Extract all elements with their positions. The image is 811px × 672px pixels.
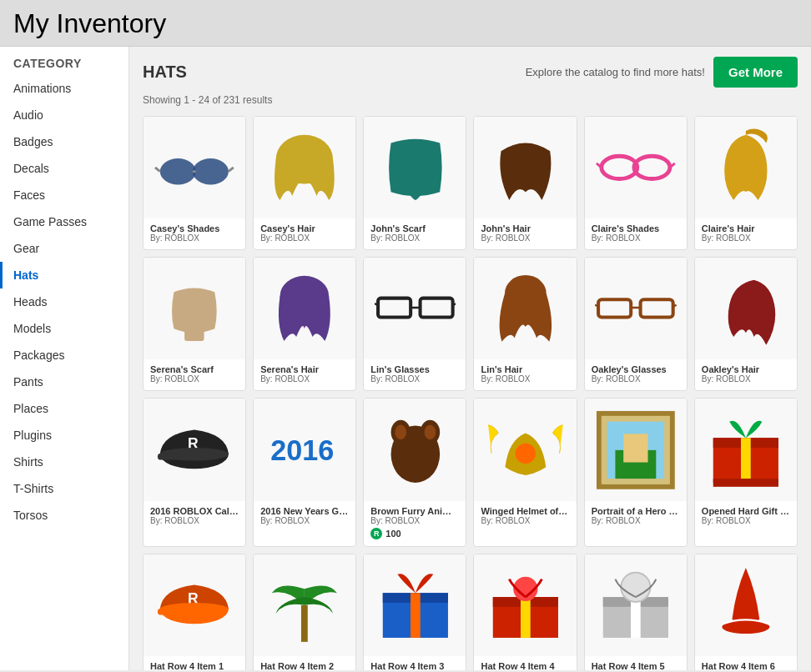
item-card[interactable]: Oakley's GlassesBy: ROBLOX — [584, 257, 688, 391]
get-more-button[interactable]: Get More — [713, 57, 798, 88]
item-info: Hat Row 4 Item 3By: ROBLOX — [364, 656, 466, 670]
item-card[interactable]: Brown Furry Animal H...By: ROBLOXR100 — [363, 398, 466, 546]
svg-point-6 — [602, 156, 637, 178]
item-creator: By: ROBLOX — [592, 374, 680, 384]
item-info: Portrait of a Hero in R...By: ROBLOX — [585, 501, 687, 532]
item-name: Casey's Hair — [260, 223, 349, 233]
sidebar-item-places[interactable]: Places — [0, 395, 128, 422]
sidebar-item-pants[interactable]: Pants — [0, 369, 128, 395]
item-price: R100 — [370, 528, 459, 539]
item-card[interactable]: Opened Hard Gift of A...By: ROBLOX — [694, 398, 798, 546]
item-image — [585, 554, 687, 656]
item-card[interactable]: John's ScarfBy: ROBLOX — [363, 116, 466, 250]
item-card[interactable]: Lin's HairBy: ROBLOX — [473, 257, 577, 391]
sidebar-item-plugins[interactable]: Plugins — [0, 422, 128, 449]
item-card[interactable]: Lin's GlassesBy: ROBLOX — [363, 257, 466, 391]
item-info: Hat Row 4 Item 1By: ROBLOX — [144, 656, 245, 670]
sidebar-item-t-shirts[interactable]: T-Shirts — [0, 475, 128, 502]
catalog-cta: Explore the catalog to find more hats! G… — [526, 57, 798, 88]
item-info: Lin's HairBy: ROBLOX — [474, 359, 576, 390]
item-image — [144, 117, 245, 218]
item-card[interactable]: Hat Row 4 Item 5By: ROBLOX — [584, 554, 688, 671]
svg-point-7 — [634, 156, 670, 178]
item-info: Hat Row 4 Item 4By: ROBLOX — [474, 656, 576, 670]
item-image — [474, 258, 576, 359]
item-info: Brown Furry Animal H...By: ROBLOXR100 — [364, 501, 466, 546]
item-name: Hat Row 4 Item 4 — [481, 661, 569, 670]
svg-point-34 — [515, 443, 535, 463]
svg-rect-53 — [521, 597, 531, 638]
sidebar-item-models[interactable]: Models — [0, 315, 128, 342]
item-card[interactable]: Claire's ShadesBy: ROBLOX — [584, 116, 688, 250]
item-card[interactable]: Hat Row 4 Item 3By: ROBLOX — [363, 554, 466, 671]
item-creator: By: ROBLOX — [702, 374, 790, 384]
item-name: Brown Furry Animal H... — [370, 506, 459, 516]
item-card[interactable]: Hat Row 4 Item 2By: ROBLOX — [253, 554, 356, 671]
item-image — [474, 554, 576, 656]
item-card[interactable]: Serena's HairBy: ROBLOX — [253, 257, 356, 391]
item-creator: By: ROBLOX — [481, 516, 569, 525]
item-card[interactable]: John's HairBy: ROBLOX — [473, 116, 577, 250]
category-header: CATEGORY — [0, 47, 128, 75]
item-creator: By: ROBLOX — [260, 516, 349, 525]
svg-rect-41 — [741, 438, 751, 483]
item-card[interactable]: R Hat Row 4 Item 1By: ROBLOX — [143, 554, 246, 671]
item-creator: By: ROBLOX — [702, 516, 790, 525]
item-creator: By: ROBLOX — [150, 374, 239, 384]
item-card[interactable]: Casey's HairBy: ROBLOX — [253, 116, 356, 250]
item-card[interactable]: Winged Helmet of Ach...By: ROBLOX — [473, 398, 577, 546]
item-image — [695, 117, 797, 218]
svg-line-16 — [375, 304, 378, 306]
item-creator: By: ROBLOX — [260, 233, 349, 243]
sidebar-item-packages[interactable]: Packages — [0, 342, 128, 369]
item-image — [364, 117, 466, 218]
item-card[interactable]: Hat Row 4 Item 6By: ROBLOX — [694, 554, 798, 671]
item-card[interactable]: R 2016 ROBLOX Calend...By: ROBLOX — [143, 398, 246, 546]
item-image: R — [144, 399, 245, 500]
item-name: Portrait of a Hero in R... — [592, 506, 680, 516]
item-name: Winged Helmet of Ach... — [481, 506, 569, 516]
sidebar-item-gear[interactable]: Gear — [0, 235, 128, 262]
robux-icon: R — [370, 528, 382, 539]
sidebar-item-game-passes[interactable]: Game Passes — [0, 208, 128, 235]
item-card[interactable]: Casey's ShadesBy: ROBLOX — [143, 116, 246, 250]
item-image — [254, 258, 355, 359]
sidebar-item-badges[interactable]: Badges — [0, 128, 128, 155]
item-info: Hat Row 4 Item 2By: ROBLOX — [254, 656, 355, 670]
content-header: HATS Explore the catalog to find more ha… — [143, 57, 798, 88]
item-name: 2016 New Years Glass... — [260, 506, 349, 516]
item-card[interactable]: Portrait of a Hero in R...By: ROBLOX — [584, 398, 688, 546]
item-info: Oakley's HairBy: ROBLOX — [695, 359, 797, 390]
item-info: John's ScarfBy: ROBLOX — [364, 218, 466, 249]
item-info: Serena's ScarfBy: ROBLOX — [144, 359, 245, 390]
item-card[interactable]: Serena's ScarfBy: ROBLOX — [143, 257, 246, 391]
sidebar-item-shirts[interactable]: Shirts — [0, 449, 128, 475]
svg-line-3 — [155, 168, 160, 172]
sidebar-item-torsos[interactable]: Torsos — [0, 502, 128, 529]
item-card[interactable]: 2016 2016 New Years Glass...By: ROBLOX — [253, 398, 356, 546]
item-image — [144, 258, 245, 359]
item-info: Winged Helmet of Ach...By: ROBLOX — [474, 501, 576, 532]
item-image — [364, 258, 466, 359]
svg-point-32 — [395, 424, 406, 439]
sidebar-item-animations[interactable]: Animations — [0, 75, 128, 102]
svg-rect-19 — [598, 300, 631, 318]
item-name: Hat Row 4 Item 5 — [592, 661, 680, 670]
item-card[interactable]: Oakley's HairBy: ROBLOX — [694, 257, 798, 391]
item-info: Hat Row 4 Item 6By: ROBLOX — [695, 656, 797, 670]
item-creator: By: ROBLOX — [370, 516, 459, 525]
item-card[interactable]: Claire's HairBy: ROBLOX — [694, 116, 798, 250]
sidebar-item-hats[interactable]: Hats — [0, 262, 128, 288]
svg-rect-27 — [158, 453, 180, 459]
item-image — [695, 258, 797, 359]
sidebar-item-decals[interactable]: Decals — [0, 155, 128, 182]
item-name: Lin's Hair — [481, 364, 569, 374]
sidebar-item-faces[interactable]: Faces — [0, 182, 128, 208]
sidebar-item-heads[interactable]: Heads — [0, 288, 128, 315]
svg-rect-14 — [420, 298, 452, 318]
item-info: Claire's HairBy: ROBLOX — [695, 218, 797, 249]
svg-rect-38 — [623, 434, 647, 462]
svg-text:2016: 2016 — [271, 434, 335, 466]
item-card[interactable]: Hat Row 4 Item 4By: ROBLOX — [473, 554, 577, 671]
sidebar-item-audio[interactable]: Audio — [0, 102, 128, 128]
